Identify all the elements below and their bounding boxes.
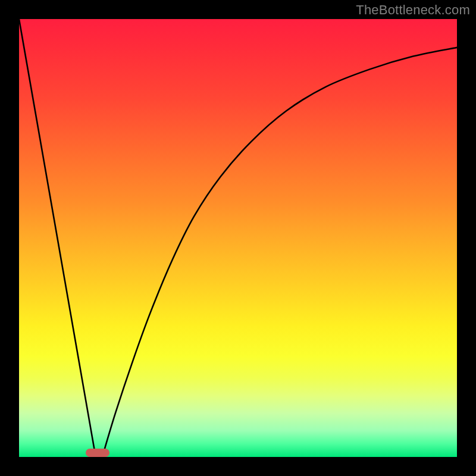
watermark-text: TheBottleneck.com (356, 2, 470, 18)
bottleneck-marker (86, 449, 109, 457)
chart-lines (19, 19, 457, 457)
chart-frame: TheBottleneck.com (0, 0, 476, 476)
right-curve (102, 48, 457, 457)
plot-area (19, 19, 457, 457)
left-line (19, 19, 96, 457)
